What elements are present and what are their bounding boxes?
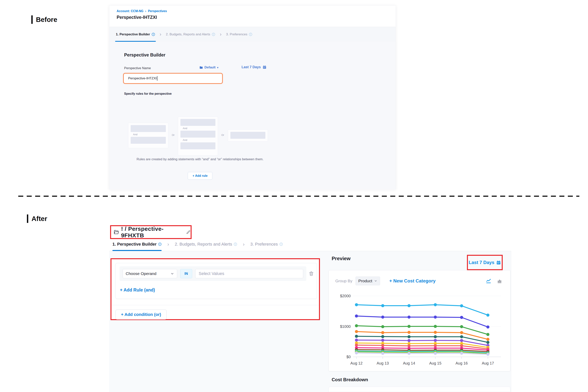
chevron-down-icon <box>374 280 377 282</box>
page-title: Perspective-IHTZXI <box>117 15 157 20</box>
tab-bar: 1. Perspective Builder › 2. Budgets, Rep… <box>109 27 396 42</box>
svg-text:Aug 16: Aug 16 <box>456 361 468 365</box>
info-icon <box>152 33 155 36</box>
cost-breakdown-table-edge <box>328 386 510 392</box>
info-icon <box>212 33 215 36</box>
folder-open-icon <box>114 229 119 235</box>
breadcrumb-perspectives-link[interactable]: Perspectives <box>148 10 167 13</box>
date-range-value: Last 7 Days <box>242 65 261 69</box>
choose-operand-value: Choose Operand <box>126 271 156 276</box>
after-section-label: After <box>27 214 47 223</box>
tab-perspective-builder[interactable]: 1. Perspective Builder <box>116 32 155 36</box>
svg-text:Aug 12: Aug 12 <box>350 361 362 365</box>
before-after-divider <box>18 196 579 197</box>
annotation-box-rule-builder: Choose Operand IN + Add Rule (and) + Add… <box>110 258 320 320</box>
rule-skeleton-card: And And <box>178 117 218 156</box>
add-rule-and-link[interactable]: + Add Rule (and) <box>120 288 155 293</box>
choose-operand-select[interactable]: Choose Operand <box>122 269 177 278</box>
date-range-picker[interactable]: Last 7 Days <box>242 65 266 69</box>
calendar-icon <box>262 65 266 69</box>
folder-selector-value: Default <box>204 66 216 69</box>
tab-perspective-builder[interactable]: 1. Perspective Builder <box>112 242 162 247</box>
preview-heading: Preview <box>332 256 350 262</box>
cost-breakdown-heading: Cost Breakdown <box>332 377 368 382</box>
skeleton-bar <box>230 132 265 139</box>
calendar-icon <box>496 260 501 265</box>
chevron-right-icon: › <box>243 243 244 246</box>
chevron-down-icon <box>170 272 174 276</box>
preview-chart-card: Group By Product + New Cost Category $20… <box>328 270 510 371</box>
tab-budgets-reports-alerts[interactable]: 2. Budgets, Reports and Alerts <box>175 242 237 247</box>
tab-bottom-divider <box>109 251 511 251</box>
skeleton-or-label: Or <box>172 134 174 136</box>
breadcrumb: Account: CCM-NG › Perspectives <box>117 10 167 13</box>
svg-text:Aug 17: Aug 17 <box>482 361 494 365</box>
new-cost-category-link[interactable]: + New Cost Category <box>389 278 436 284</box>
rule-skeleton-card <box>228 130 268 142</box>
annotation-box-title: ! / Perspective-9FHXTB <box>110 225 192 239</box>
skeleton-and-label: And <box>131 132 166 137</box>
skeleton-or-label: Or <box>221 134 224 136</box>
tab-budgets-reports-alerts[interactable]: 2. Budgets, Reports and Alerts <box>166 32 215 36</box>
group-by-select[interactable]: Product <box>356 276 380 285</box>
tab-preferences[interactable]: 3. Preferences <box>250 242 283 247</box>
add-rule-button[interactable]: + Add rule <box>188 172 212 180</box>
breadcrumb-account-link[interactable]: Account: CCM-NG <box>117 10 144 13</box>
cost-preview-line-chart: $2000$1000$0Aug 12Aug 13Aug 14Aug 15Aug … <box>332 288 506 367</box>
skeleton-bar <box>180 131 216 138</box>
chart-toolbar: Group By Product + New Cost Category <box>335 276 502 285</box>
chevron-right-icon: › <box>167 243 169 246</box>
breadcrumb-separator-icon: › <box>145 10 146 13</box>
line-chart-icon[interactable] <box>486 278 491 284</box>
chevron-right-icon: › <box>160 33 162 36</box>
svg-text:$1000: $1000 <box>340 324 351 328</box>
builder-heading: Perspective Builder <box>124 52 166 58</box>
rule-row: Choose Operand IN <box>120 266 306 281</box>
tab-preferences[interactable]: 3. Preferences <box>226 32 252 36</box>
svg-text:$2000: $2000 <box>340 294 351 298</box>
annotation-box-date-range: Last 7 Days <box>467 255 503 270</box>
info-icon <box>249 33 252 36</box>
info-icon <box>280 242 283 246</box>
info-icon <box>158 242 162 246</box>
skeleton-bar <box>180 119 216 126</box>
info-icon <box>234 242 237 246</box>
rule-section-divider <box>112 305 319 305</box>
skeleton-bar <box>131 137 166 144</box>
perspective-name-label: Perspective Name <box>124 66 151 70</box>
screenshot-canvas: Before Account: CCM-NG › Perspectives Pe… <box>0 0 588 392</box>
skeleton-and-label: And <box>180 138 216 142</box>
group-by-label: Group By <box>335 279 352 283</box>
preview-right-border <box>511 251 511 392</box>
caret-down-icon: ▾ <box>217 66 218 69</box>
chart-type-toggle <box>486 278 502 284</box>
skeleton-bar <box>180 142 216 149</box>
perspective-name-value: Perspective-IHTZXI <box>128 76 156 80</box>
text-cursor <box>157 76 158 81</box>
edit-pencil-icon[interactable] <box>186 230 190 234</box>
svg-text:Aug 14: Aug 14 <box>403 361 415 365</box>
folder-selector[interactable]: Default ▾ <box>199 66 218 69</box>
before-section-label: Before <box>31 15 57 24</box>
trash-icon[interactable] <box>308 271 314 276</box>
tab-bar: 1. Perspective Builder › 2. Budgets, Rep… <box>112 242 283 247</box>
perspective-name-input[interactable]: Perspective-IHTZXI <box>123 73 223 84</box>
select-values-input[interactable] <box>195 269 303 278</box>
rule-card: Choose Operand IN + Add Rule (and) <box>116 263 317 299</box>
date-range-picker[interactable]: Last 7 Days <box>469 260 501 265</box>
operator-in-chip[interactable]: IN <box>180 269 192 278</box>
add-condition-or-button[interactable]: + Add condition (or) <box>116 310 166 320</box>
svg-text:Aug 15: Aug 15 <box>429 361 442 365</box>
before-screenshot-panel: Account: CCM-NG › Perspectives Perspecti… <box>109 6 396 189</box>
rules-hint-text: Rules are created by adding statements w… <box>124 158 276 161</box>
group-by-value: Product <box>358 279 372 283</box>
skeleton-and-label: And <box>180 126 216 131</box>
skeleton-bar <box>131 125 166 132</box>
perspective-builder-content: Perspective Builder Perspective Name Def… <box>109 42 396 190</box>
svg-text:Aug 13: Aug 13 <box>377 361 389 365</box>
bar-chart-icon[interactable] <box>497 278 502 284</box>
svg-text:$0: $0 <box>346 355 351 359</box>
date-range-value: Last 7 Days <box>469 260 494 265</box>
perspective-title: ! / Perspective-9FHXTB <box>121 226 182 239</box>
specify-rules-label: Specify rules for the perspective <box>124 92 172 96</box>
